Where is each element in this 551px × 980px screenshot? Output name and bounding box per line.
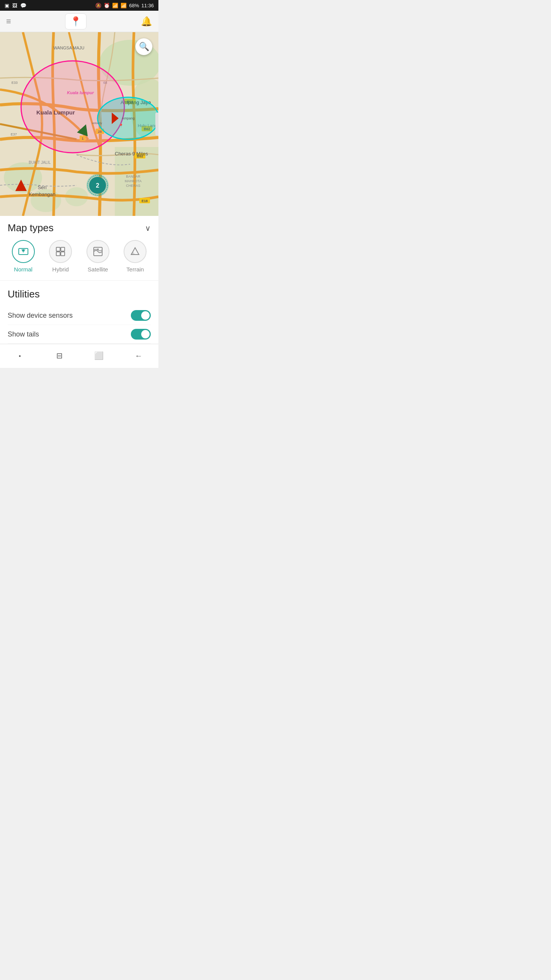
whatsapp-icon: 💬: [20, 3, 26, 8]
svg-text:E37: E37: [11, 132, 17, 136]
zoom-out-icon: 🔍: [139, 42, 149, 52]
show-tails-thumb: [141, 330, 150, 338]
clock: 11:36: [141, 3, 154, 8]
device-sensors-label: Show device sensors: [8, 312, 73, 320]
device-sensors-track: [131, 310, 151, 321]
dot-icon: ●: [19, 354, 21, 358]
device-sensors-toggle[interactable]: [131, 310, 151, 321]
svg-text:Kembangan: Kembangan: [29, 191, 55, 197]
zoom-out-button[interactable]: 🔍: [135, 38, 152, 55]
satellite-map-icon-wrap: [86, 240, 109, 263]
sim-icon: ▣: [5, 3, 9, 8]
satellite-label: Satellite: [88, 266, 108, 273]
svg-text:▲: ▲: [20, 186, 26, 192]
svg-text:2: 2: [96, 182, 99, 189]
normal-map-icon-wrap: [12, 240, 35, 263]
svg-text:velocity: velocity: [92, 121, 102, 125]
mute-icon: 🔕: [95, 3, 101, 8]
svg-text:Cheras 9 Miles: Cheras 9 Miles: [115, 151, 148, 157]
svg-text:CHERAS: CHERAS: [126, 184, 140, 188]
map-types-title: Map types: [8, 222, 54, 234]
terrain-map-icon-wrap: [124, 240, 147, 263]
map-type-satellite[interactable]: Satellite: [81, 240, 115, 273]
svg-point-60: [97, 248, 99, 250]
terrain-map-icon: [130, 246, 140, 257]
svg-text:MAHKOTA: MAHKOTA: [125, 179, 142, 183]
map-handle: [155, 113, 158, 136]
hybrid-label: Hybrid: [52, 266, 69, 273]
status-left-icons: ▣ 🖼 💬: [5, 3, 26, 8]
nav-back[interactable]: ←: [131, 348, 146, 363]
hybrid-map-icon: [55, 246, 66, 257]
svg-text:E18: E18: [142, 199, 148, 203]
alarm-icon: ⏰: [104, 3, 110, 8]
utilities-title: Utilities: [8, 284, 151, 306]
show-tails-row: Show tails: [8, 325, 151, 344]
map-background: E33 68 E12 E12 E10 E9 B52 B62 28 1 E37 E…: [0, 32, 158, 216]
svg-text:Seri: Seri: [37, 185, 46, 190]
svg-rect-55: [56, 247, 60, 251]
svg-text:BANDAR: BANDAR: [126, 175, 140, 178]
show-tails-track: [131, 329, 151, 340]
satellite-map-icon: [93, 246, 103, 257]
back-arrow-icon: ←: [135, 351, 142, 360]
svg-text:BUKIT JALIL: BUKIT JALIL: [29, 160, 51, 165]
svg-text:📍: 📍: [119, 123, 124, 128]
device-sensors-row: Show device sensors: [8, 306, 151, 325]
wifi-icon: 📶: [112, 3, 118, 8]
terrain-label: Terrain: [126, 266, 144, 273]
svg-marker-62: [130, 252, 135, 255]
menu-icon[interactable]: ≡: [6, 16, 11, 26]
logo-pin-icon: 📍: [70, 16, 82, 27]
status-bar: ▣ 🖼 💬 🔕 ⏰ 📶 📶 68% 11:36: [0, 0, 158, 11]
map-type-terrain[interactable]: Terrain: [118, 240, 153, 273]
image-icon: 🖼: [12, 3, 17, 8]
menu-lines-icon: ⊟: [56, 351, 63, 360]
map-types-section: Map types ∨: [0, 216, 158, 238]
svg-point-54: [22, 249, 24, 252]
device-sensors-thumb: [141, 311, 150, 320]
nav-square[interactable]: ⬜: [91, 348, 107, 363]
bottom-navigation: ● ⊟ ⬜ ←: [0, 344, 158, 368]
normal-map-icon: [18, 246, 29, 257]
map-type-options: Normal Hybrid: [0, 238, 158, 280]
square-icon: ⬜: [94, 351, 104, 360]
map-type-normal[interactable]: Normal: [6, 240, 41, 273]
utilities-section: Utilities Show device sensors Show tails: [0, 280, 158, 344]
notification-bell-icon[interactable]: 🔔: [141, 16, 152, 27]
nav-dot[interactable]: ●: [12, 348, 28, 363]
map-types-chevron-icon[interactable]: ∨: [145, 224, 151, 233]
signal-icon: 📶: [121, 3, 127, 8]
show-tails-label: Show tails: [8, 330, 39, 338]
app-header: ≡ 📍 🔔: [0, 11, 158, 32]
show-tails-toggle[interactable]: [131, 329, 151, 340]
svg-text:WANGSA MAJU: WANGSA MAJU: [54, 46, 85, 50]
bottom-panel: Map types ∨ Normal: [0, 216, 158, 368]
battery-level: 68%: [129, 3, 139, 8]
svg-text:E33: E33: [11, 81, 18, 85]
svg-rect-58: [61, 252, 65, 256]
map-view[interactable]: E33 68 E12 E12 E10 E9 B52 B62 28 1 E37 E…: [0, 32, 158, 216]
svg-rect-56: [61, 247, 65, 251]
nav-menu[interactable]: ⊟: [52, 348, 67, 363]
status-right-icons: 🔕 ⏰ 📶 📶 68% 11:36: [95, 3, 154, 8]
svg-text:Ampang: Ampang: [122, 116, 135, 120]
hybrid-map-icon-wrap: [49, 240, 72, 263]
app-logo[interactable]: 📍: [65, 13, 86, 29]
map-type-hybrid[interactable]: Hybrid: [44, 240, 78, 273]
normal-label: Normal: [14, 266, 33, 273]
svg-rect-57: [56, 252, 60, 256]
